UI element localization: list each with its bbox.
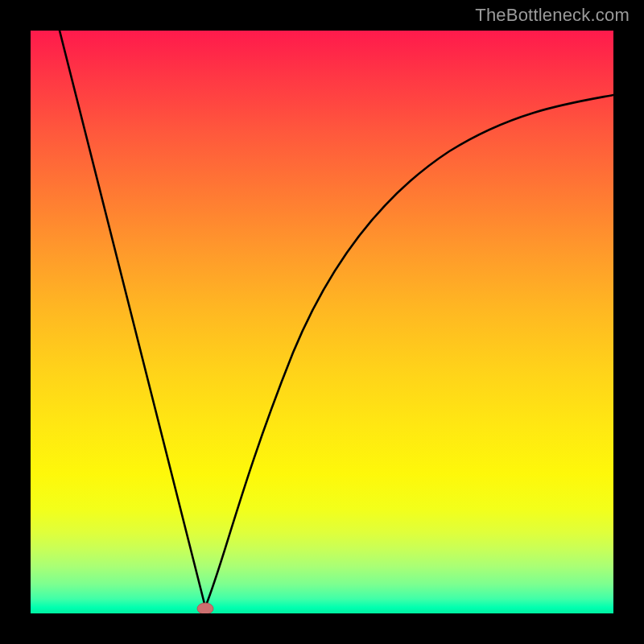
- watermark-text: TheBottleneck.com: [475, 5, 630, 26]
- optimal-point-marker: [197, 603, 213, 613]
- plot-area: [31, 31, 613, 613]
- chart-frame: TheBottleneck.com: [0, 0, 644, 644]
- bottleneck-curve-right: [205, 95, 613, 607]
- chart-svg: [31, 31, 613, 613]
- bottleneck-curve-left: [60, 31, 205, 607]
